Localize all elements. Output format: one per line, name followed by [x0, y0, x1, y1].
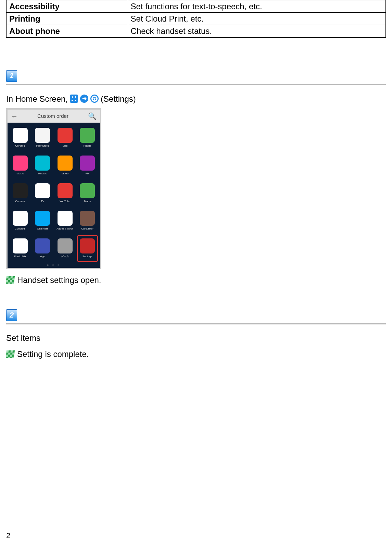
app-label: Maps — [84, 200, 91, 203]
settings-table: Accessibility Set functions for text-to-… — [6, 0, 386, 38]
app-tile: Phone — [77, 125, 98, 151]
app-tile: Calculator — [77, 208, 98, 234]
app-icon — [58, 183, 73, 198]
instr-prefix: In Home Screen, — [6, 94, 68, 104]
app-icon — [58, 211, 73, 226]
app-tile: App — [32, 235, 53, 262]
app-tile: Calendar — [32, 208, 53, 234]
settings-row-desc: Check handset status. — [128, 25, 385, 37]
settings-row-label: Printing — [7, 13, 128, 25]
app-label: ゲーム — [61, 255, 69, 258]
app-icon — [13, 183, 28, 198]
app-label: Camera — [15, 200, 25, 203]
app-label: Calendar — [37, 227, 48, 231]
settings-row-desc: Set functions for text-to-speech, etc. — [128, 0, 385, 13]
instr-text: Set items — [6, 333, 40, 343]
result-checker-icon — [6, 276, 15, 284]
app-label: Chrome — [15, 144, 25, 148]
app-label: Phone — [84, 144, 91, 148]
app-label: App — [40, 255, 45, 258]
app-icon — [58, 238, 73, 253]
app-icon — [80, 183, 95, 198]
app-label: YouTube — [60, 200, 70, 203]
app-grid: ChromePlay StoreMailPhoneMusicPhotosVide… — [8, 123, 100, 264]
app-label: Contacts — [15, 227, 26, 231]
app-label: Play Store — [36, 144, 49, 148]
app-label: Music — [16, 172, 24, 175]
app-tile: Chrome — [10, 125, 31, 151]
step-divider — [6, 84, 386, 85]
settings-row-label: About phone — [7, 25, 128, 37]
app-label: Video — [62, 172, 68, 175]
app-tile: Maps — [77, 180, 98, 206]
settings-row-label: Accessibility — [7, 0, 128, 13]
table-row: Printing Set Cloud Print, etc. — [7, 13, 386, 25]
table-row: Accessibility Set functions for text-to-… — [7, 0, 386, 13]
screenshot-topbar: ← Custom order 🔍 — [8, 110, 100, 123]
app-icon — [35, 211, 50, 226]
app-tile: Contacts — [10, 208, 31, 234]
app-icon — [35, 128, 50, 143]
app-tile: TV — [32, 180, 53, 206]
settings-row-desc: Set Cloud Print, etc. — [128, 13, 385, 25]
app-icon — [58, 156, 73, 171]
app-tile: Settings — [77, 235, 98, 262]
app-icon — [80, 238, 95, 253]
app-tile: YouTube — [54, 180, 76, 206]
step-1: 1 In Home Screen, ➜ (Settings) ← Custom … — [6, 70, 386, 285]
page-number: 2 — [6, 531, 10, 541]
step-1-instruction: In Home Screen, ➜ (Settings) — [6, 94, 386, 104]
arrow-right-icon: ➜ — [80, 95, 88, 103]
back-icon: ← — [11, 112, 18, 121]
step-divider — [6, 323, 386, 324]
app-icon — [13, 211, 28, 226]
app-label: Alarm & clock — [56, 227, 73, 231]
app-icon — [58, 128, 73, 143]
step-2: 2 Set items Setting is complete. — [6, 309, 386, 359]
page-indicator-dots: ● ○ ○ — [8, 263, 100, 267]
search-icon: 🔍 — [88, 112, 97, 121]
app-label: Photo Mix — [14, 255, 26, 258]
home-screen-screenshot: ← Custom order 🔍 ChromePlay StoreMailPho… — [6, 108, 101, 269]
instr-suffix: (Settings) — [101, 94, 136, 104]
app-label: TV — [41, 200, 44, 203]
app-tile: Photo Mix — [10, 235, 31, 262]
app-tile: Music — [10, 152, 31, 179]
step-badge-2: 2 — [6, 309, 17, 321]
app-icon — [13, 128, 28, 143]
app-tile: Alarm & clock — [54, 208, 76, 234]
app-icon — [13, 238, 28, 253]
step-badge-1: 1 — [6, 70, 17, 82]
app-tile: Mail — [54, 125, 76, 151]
app-icon — [13, 156, 28, 171]
app-icon — [35, 238, 50, 253]
app-label: Settings — [83, 255, 92, 258]
app-label: Calculator — [81, 227, 93, 231]
app-tile: Video — [54, 152, 76, 179]
screenshot-title: Custom order — [37, 113, 68, 120]
table-row: About phone Check handset status. — [7, 25, 386, 37]
step-2-result: Setting is complete. — [6, 349, 386, 359]
app-tile: Camera — [10, 180, 31, 206]
app-label: Photos — [38, 172, 47, 175]
app-icon — [80, 211, 95, 226]
step-2-instruction: Set items — [6, 333, 386, 343]
app-tile: Play Store — [32, 125, 53, 151]
app-label: Mail — [62, 144, 67, 148]
step-1-result: Handset settings open. — [6, 275, 386, 285]
apps-icon — [70, 95, 78, 103]
app-icon — [35, 156, 50, 171]
result-text: Handset settings open. — [17, 275, 101, 285]
app-icon — [35, 183, 50, 198]
app-tile: ゲーム — [54, 235, 76, 262]
app-tile: Photos — [32, 152, 53, 179]
result-checker-icon — [6, 350, 15, 358]
gear-icon — [90, 95, 99, 103]
app-icon — [80, 156, 95, 171]
result-text: Setting is complete. — [17, 349, 89, 359]
app-label: FM — [85, 172, 89, 175]
app-tile: FM — [77, 152, 98, 179]
app-icon — [80, 128, 95, 143]
